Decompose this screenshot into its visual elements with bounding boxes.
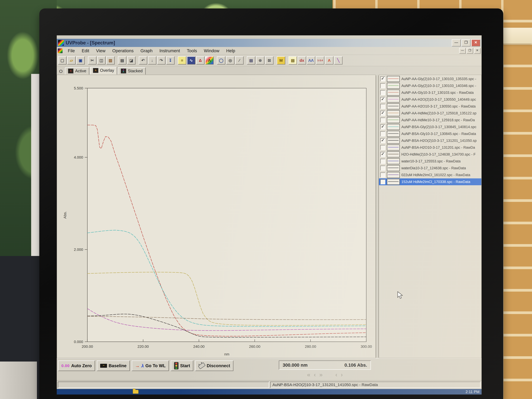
zoom-custom-icon[interactable]: ∕: [235, 56, 244, 64]
menu-file[interactable]: File: [64, 48, 78, 54]
menu-help[interactable]: Help: [223, 48, 239, 54]
derivative-icon[interactable]: dx: [298, 56, 306, 64]
legend-checkbox[interactable]: [380, 104, 385, 109]
peak-glyph: Λ: [95, 70, 96, 71]
new-icon[interactable]: ▢: [58, 56, 66, 64]
panel-splitter[interactable]: [376, 76, 379, 357]
legend-checkbox[interactable]: ✓: [380, 111, 385, 116]
legend-row-9[interactable]: AuNP-BSA-Gly10-3-17_130845.spc - RawData: [379, 130, 481, 137]
legend-checkbox[interactable]: [380, 90, 385, 95]
tab-overlay[interactable]: ΛOverlay: [90, 67, 117, 75]
menu-view[interactable]: View: [93, 48, 109, 54]
settings-gears-icon[interactable]: ⊛: [256, 56, 264, 64]
tab-active[interactable]: ΛActive: [65, 67, 89, 75]
print-preview-icon-glyph: ◪: [129, 58, 133, 62]
legend-row-11[interactable]: AuNP-BSA-H2O10-3-17_131201.spc - RawDa: [379, 144, 481, 151]
legend-checkbox[interactable]: [380, 172, 385, 177]
legend-checkbox[interactable]: [380, 83, 385, 88]
nav-arrow-2[interactable]: ‹: [314, 371, 316, 378]
legend-row-8[interactable]: ✓AuNP-BSA-Gly(2)10-3-17_130845_140814.sp…: [379, 124, 481, 130]
legend-checkbox[interactable]: ✓: [380, 76, 385, 81]
legend-checkbox[interactable]: [380, 118, 385, 123]
x-tick-label: 200.00: [82, 344, 93, 348]
legend-row-5[interactable]: AuNP-AA-H2O10-3-17_130550.spc - RawData: [379, 103, 481, 110]
auto-zero-button[interactable]: 0.00Auto Zero: [58, 361, 95, 371]
peak-icon[interactable]: Λ: [325, 56, 333, 64]
legend-row-15[interactable]: 022uM HdMe2ImCl_161022.spc - RawData: [379, 171, 481, 178]
file-options-icon[interactable]: ▤: [247, 56, 255, 64]
close-button[interactable]: ✕: [471, 39, 480, 46]
paste-icon[interactable]: ▥: [106, 56, 115, 64]
folder-icon[interactable]: [133, 390, 139, 394]
save-icon[interactable]: ▣: [76, 56, 85, 64]
legend-checkbox[interactable]: ✓: [380, 152, 385, 157]
open-icon[interactable]: ▱: [67, 56, 76, 64]
legend-row-16[interactable]: 152uM HdMe2ImCl_170338.spc - RawData: [379, 178, 481, 185]
go-to-wl-button[interactable]: →λGo To WL: [132, 361, 169, 371]
send-report-icon[interactable]: ⊠: [265, 56, 273, 64]
zoom-data-icon[interactable]: ◎: [226, 56, 234, 64]
tab-stacked[interactable]: ΛΛStacked: [118, 67, 146, 75]
script-icon-glyph: ≡: [181, 58, 183, 62]
legend-checkbox[interactable]: [380, 179, 385, 184]
legend-checkbox[interactable]: ✓: [380, 138, 385, 143]
legend-row-2[interactable]: AuNP-AA-Gly(2)10-3-17_130103_140346.spc …: [379, 82, 481, 89]
legend-checkbox[interactable]: ✓: [380, 124, 385, 129]
nav-arrow-4[interactable]: ‹: [335, 371, 337, 378]
minimize-button[interactable]: —: [452, 39, 461, 46]
child-restore-button[interactable]: ❐: [467, 48, 473, 54]
script-icon[interactable]: ≡: [178, 56, 186, 64]
disconnect-button[interactable]: Disconnect: [195, 361, 233, 371]
read-data-icon[interactable]: ↓: [148, 56, 156, 64]
menu-operations[interactable]: Operations: [109, 48, 137, 54]
legend-row-1[interactable]: ✓AuNP-AA-Gly(2)10-3-17_130103_135335.spc…: [379, 76, 481, 82]
area-calc-icon[interactable]: 1-3.4: [316, 56, 324, 64]
legend-checkbox[interactable]: ✓: [380, 97, 385, 102]
restore-button[interactable]: ❐: [462, 39, 470, 46]
zoom-graph-icon[interactable]: ◯: [217, 56, 225, 64]
legend-row-13[interactable]: water10-3-17_125553.spc - RawData: [379, 158, 481, 165]
point-pick-icon[interactable]: ╲: [334, 56, 342, 64]
legend-checkbox[interactable]: [380, 131, 385, 136]
undo-icon[interactable]: ↶: [139, 56, 147, 64]
copy-icon[interactable]: ◫: [97, 56, 106, 64]
legend-row-12[interactable]: ✓H2O-HdMe(2)10-3-17_124638_134700.spc - …: [379, 151, 481, 158]
legend-row-4[interactable]: ✓AuNP-AA-H2O(2)10-3-17_130550_140449.spc: [379, 96, 481, 103]
menu-window[interactable]: Window: [200, 48, 223, 54]
nav-arrow-5[interactable]: ›: [341, 371, 343, 378]
menu-tools[interactable]: Tools: [184, 48, 200, 54]
absorbance-readout: 0.106 Abs.: [344, 362, 367, 368]
legend-row-14[interactable]: waterDia10-3-17_124638.spc - RawData: [379, 165, 481, 171]
peak-pick-icon[interactable]: ΛΛ: [307, 56, 315, 64]
legend-row-6[interactable]: ✓AuNP-AA-HdMe(2)10-3-17_125918_135122.sp: [379, 110, 481, 117]
sample-flask-icon[interactable]: Δ: [196, 56, 204, 64]
start-button[interactable]: Start: [171, 361, 193, 371]
redo-icon[interactable]: ↷: [157, 56, 165, 64]
nav-arrow-1[interactable]: «: [307, 371, 310, 378]
menu-graph[interactable]: Graph: [137, 48, 156, 54]
macro-icon[interactable]: M: [277, 56, 285, 64]
save-data-icon[interactable]: ↧: [166, 56, 175, 64]
legend-checkbox[interactable]: [380, 159, 385, 164]
spectrum-chart[interactable]: 200.00220.00240.00260.00280.00300.000.00…: [57, 75, 375, 361]
legend-row-3[interactable]: AuNP-AA-Gly10-3-17_130103.spc - RawData: [379, 89, 481, 96]
child-minimize-button[interactable]: —: [459, 48, 466, 54]
menu-edit[interactable]: Edit: [78, 48, 93, 54]
baseline-button[interactable]: ~Baseline: [97, 361, 130, 371]
nav-arrow-3[interactable]: »: [319, 371, 323, 378]
print-preview-icon[interactable]: ◪: [127, 56, 135, 64]
legend-row-10[interactable]: ✓AuNP-BSA-H2O(2)10-3-17_131201_141050.sp: [379, 137, 481, 144]
properties-icon[interactable]: ▤: [289, 56, 297, 64]
legend-row-7[interactable]: AuNP-AA-HdMe10-3-17_125918.spc - RawDa: [379, 117, 481, 124]
spectrum-icon[interactable]: Λ: [205, 56, 214, 64]
wavelength-readout: 300.000 nm: [283, 362, 308, 368]
child-close-button[interactable]: ✕: [474, 48, 481, 54]
sample-line: [388, 85, 399, 86]
overlay-view-icon[interactable]: ∿: [187, 56, 195, 64]
graph-panel: 200.00220.00240.00260.00280.00300.000.00…: [57, 75, 376, 358]
legend-checkbox[interactable]: [380, 166, 385, 171]
cut-icon[interactable]: ✂: [88, 56, 96, 64]
print-icon[interactable]: ▤: [118, 56, 127, 64]
legend-checkbox[interactable]: [380, 145, 385, 150]
menu-instrument[interactable]: Instrument: [156, 48, 184, 54]
